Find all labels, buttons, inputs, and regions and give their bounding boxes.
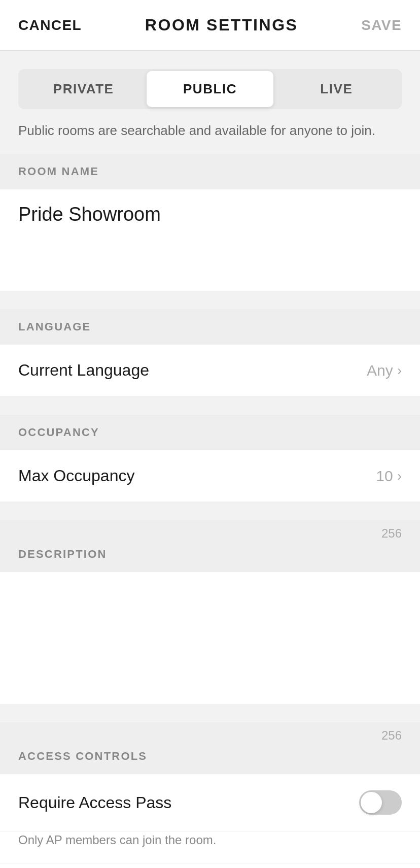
header: CANCEL ROOM SETTINGS SAVE — [0, 0, 420, 51]
occupancy-section-header: OCCUPANCY — [0, 415, 420, 450]
chevron-right-icon: › — [397, 468, 402, 484]
language-row[interactable]: Current Language Any › — [0, 345, 420, 396]
gap-1 — [0, 291, 420, 309]
occupancy-row-label: Max Occupancy — [18, 466, 134, 485]
description-char-count: 256 — [381, 526, 402, 541]
tab-description: Public rooms are searchable and availabl… — [18, 121, 402, 154]
description-section-header: DESCRIPTION — [0, 543, 420, 572]
tab-private[interactable]: PRIVATE — [20, 71, 147, 107]
page-title: ROOM SETTINGS — [145, 16, 298, 35]
tab-section: PRIVATE PUBLIC LIVE Public rooms are sea… — [0, 51, 420, 154]
description-label: DESCRIPTION — [18, 548, 107, 560]
gap-4 — [0, 704, 420, 722]
require-access-pass-row: Require Access Pass — [0, 774, 420, 831]
language-section-header: LANGUAGE — [0, 309, 420, 345]
language-label: LANGUAGE — [18, 320, 91, 333]
toggle-knob — [361, 792, 382, 813]
tab-live[interactable]: LIVE — [273, 71, 400, 107]
room-name-label: ROOM NAME — [18, 165, 99, 178]
room-name-input-area[interactable]: Pride Showroom — [0, 189, 420, 291]
description-input-area[interactable] — [0, 572, 420, 704]
occupancy-row-value: 10 › — [376, 468, 402, 485]
require-vip-row: Require VIP — [0, 863, 420, 868]
tab-public[interactable]: PUBLIC — [147, 71, 273, 107]
chevron-right-icon: › — [397, 362, 402, 379]
cancel-button[interactable]: CANCEL — [18, 17, 82, 34]
access-pass-sub-desc: Only AP members can join the room. — [0, 831, 420, 863]
room-name-section-header: ROOM NAME — [0, 154, 420, 189]
language-row-label: Current Language — [18, 361, 149, 380]
tab-bar: PRIVATE PUBLIC LIVE — [18, 69, 402, 109]
gap-3 — [0, 502, 420, 520]
access-controls-char-count-row: 256 — [0, 722, 420, 745]
gap-2 — [0, 396, 420, 415]
access-controls-char-count: 256 — [381, 728, 402, 743]
require-access-pass-toggle[interactable] — [359, 790, 402, 815]
access-controls-label: ACCESS CONTROLS — [18, 750, 147, 762]
occupancy-label: OCCUPANCY — [18, 426, 99, 439]
access-controls-section-header: ACCESS CONTROLS — [0, 745, 420, 774]
save-button[interactable]: SAVE — [361, 17, 402, 34]
require-access-pass-label: Require Access Pass — [18, 793, 171, 812]
description-char-count-row: 256 — [0, 520, 420, 543]
room-name-value: Pride Showroom — [18, 204, 161, 225]
occupancy-row[interactable]: Max Occupancy 10 › — [0, 450, 420, 502]
language-row-value: Any › — [367, 362, 402, 379]
